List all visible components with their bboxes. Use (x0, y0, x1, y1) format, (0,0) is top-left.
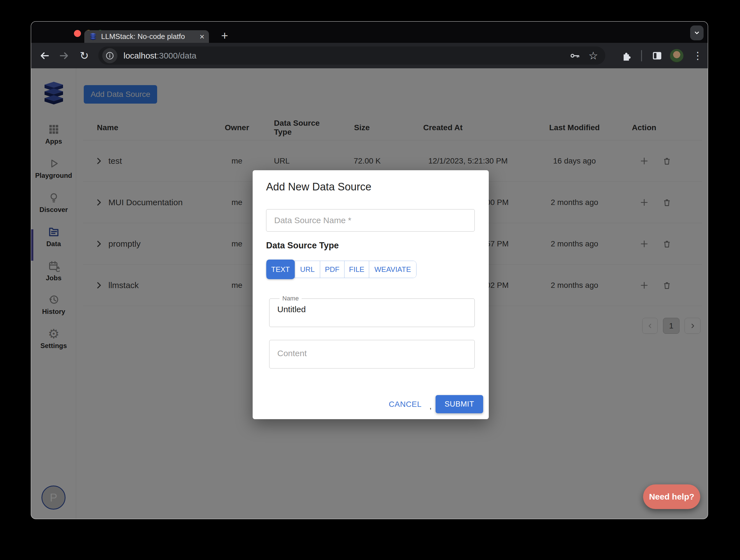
reload-icon: ↻ (80, 51, 89, 61)
side-panel-icon (651, 50, 663, 61)
need-help-button[interactable]: Need help? (643, 484, 700, 509)
back-button[interactable] (38, 50, 51, 62)
data-source-type-label: Data Source Type (266, 241, 339, 251)
name-field: Name (269, 298, 475, 327)
dialog-actions: CANCEL , SUBMIT (385, 395, 483, 413)
forward-arrow-icon (59, 50, 70, 61)
forward-button[interactable] (58, 50, 70, 62)
url-host: localhost (123, 51, 157, 60)
side-panel-button[interactable] (651, 50, 663, 62)
bookmark-star-icon[interactable]: ☆ (588, 51, 598, 61)
type-option-file[interactable]: FILE (344, 261, 369, 278)
toolbar-divider (641, 50, 642, 61)
tab-title: LLMStack: No-code platform (101, 32, 185, 41)
browser-profile-avatar[interactable] (670, 49, 683, 63)
data-source-type-toggle-group: TEXT URL PDF FILE WEAVIATE (266, 261, 417, 278)
back-arrow-icon (39, 50, 50, 61)
cancel-button[interactable]: CANCEL (385, 397, 426, 411)
type-option-text[interactable]: TEXT (266, 260, 295, 279)
site-info-button[interactable] (102, 48, 117, 63)
content-field-textarea[interactable] (269, 340, 475, 368)
page-content: Apps Playground Discover (31, 68, 708, 519)
content-field (269, 340, 475, 368)
url-path: :3000/data (157, 51, 196, 60)
extensions-puzzle-icon (621, 51, 632, 61)
info-icon (105, 51, 114, 60)
browser-tab[interactable]: LLMStack: No-code platform × (84, 30, 209, 43)
type-option-pdf[interactable]: PDF (320, 261, 344, 278)
browser-toolbar: ↻ localhost:3000/data ☆ (31, 43, 708, 68)
actions-separator: , (429, 402, 432, 411)
password-key-icon[interactable] (569, 50, 581, 61)
tab-strip: LLMStack: No-code platform × + (31, 21, 708, 43)
type-option-url[interactable]: URL (295, 261, 320, 278)
llmstack-favicon (89, 32, 97, 41)
name-field-input[interactable] (269, 299, 474, 327)
dialog-title: Add New Data Source (266, 181, 371, 193)
type-option-weaviate[interactable]: WEAVIATE (369, 261, 416, 278)
extensions-button[interactable] (620, 50, 632, 62)
data-source-name-input[interactable] (266, 209, 475, 231)
url-text: localhost:3000/data (123, 51, 196, 61)
submit-button[interactable]: SUBMIT (436, 395, 483, 413)
browser-window: LLMStack: No-code platform × + ↻ (31, 21, 708, 519)
new-tab-button[interactable]: + (218, 29, 231, 42)
address-bar[interactable]: localhost:3000/data ☆ (98, 46, 605, 65)
browser-menu-button[interactable]: ⋮ (693, 49, 701, 63)
add-data-source-dialog: Add New Data Source Data Source Type TEX… (253, 170, 489, 419)
close-window-button[interactable] (74, 30, 81, 37)
name-field-label: Name (280, 295, 302, 302)
tab-close-icon[interactable]: × (199, 32, 204, 41)
reload-button[interactable]: ↻ (78, 50, 90, 62)
chevron-down-icon (693, 29, 701, 37)
tab-search-button[interactable] (690, 25, 704, 40)
